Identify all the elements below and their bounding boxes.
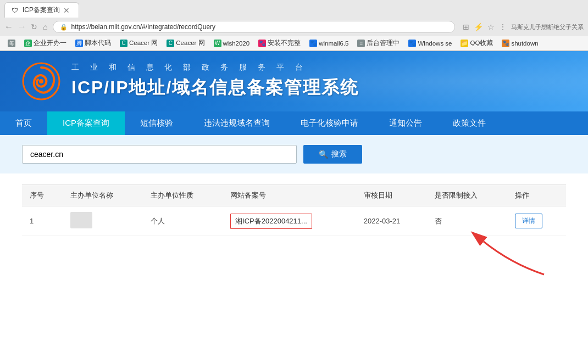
results-table: 序号 主办单位名称 主办单位性质 网站备案号 审核日期 是否限制接入 操作 1 … [22,184,566,236]
arrow-annotation [22,236,566,280]
bookmarks-bar: 每 企 企业开办一 脚 脚本代码 C Ceacer 网 C Ceacer 网 W… [0,36,588,51]
bookmark-mei[interactable]: 每 [4,38,19,48]
col-restricted: 是否限制接入 [427,185,507,206]
lock-icon: 🔒 [60,24,68,31]
nav-icp-query[interactable]: ICP备案查询 [47,111,125,135]
col-index: 序号 [22,185,63,206]
cell-company-name [63,206,142,236]
nav-home[interactable]: 首页 [0,111,47,135]
cell-audit-date: 2022-03-21 [356,206,428,236]
search-button[interactable]: 🔍 搜索 [303,145,362,164]
address-bar[interactable]: 🔒 https://beian.miit.gov.cn/#/Integrated… [53,21,455,33]
bookmark-ceacer2[interactable]: C Ceacer 网 [163,38,208,48]
back-button[interactable]: ← [4,22,13,32]
col-company-type: 主办单位性质 [143,185,223,206]
tab-favicon: 🛡 [12,7,19,14]
search-icon: 🔍 [319,150,328,159]
nav-policy[interactable]: 政策文件 [437,111,501,135]
bookmark-icon-windows: 🐾 [408,40,416,47]
menu-icon[interactable]: ⋮ [499,23,507,31]
svg-point-1 [39,79,43,83]
address-bar-row: ← → ↻ ⌂ 🔒 https://beian.miit.gov.cn/#/In… [0,18,588,36]
cell-index: 1 [22,206,63,236]
user-label: 马斯克儿子想断绝父子关系 [511,23,584,31]
lightning-icon[interactable]: ⚡ [474,23,483,31]
bookmark-icon-mei: 每 [8,40,15,47]
bookmark-install[interactable]: 🐾 安装不完整 [255,38,304,48]
bookmark-wish[interactable]: W wish2020 [210,38,253,48]
search-input-wrapper [22,145,297,164]
bookmark-label-qq: QQ收藏 [470,39,493,47]
star-icon[interactable]: ☆ [487,23,495,31]
col-audit-date: 审核日期 [356,185,428,206]
bookmark-label-windows: Windows se [418,40,452,47]
tab-title: ICP备案查询 [23,5,60,15]
home-button[interactable]: ⌂ [43,23,47,31]
refresh-button[interactable]: ↻ [31,23,37,31]
cell-company-type: 个人 [143,206,223,236]
bookmark-jiaob[interactable]: 脚 脚本代码 [72,38,114,48]
table-header-row: 序号 主办单位名称 主办单位性质 网站备案号 审核日期 是否限制接入 操作 [22,185,566,206]
site-header: 工 业 和 信 息 化 部 政 务 服 务 平 台 ICP/IP地址/域名信息备… [0,51,588,111]
bookmark-windows[interactable]: 🐾 Windows se [405,38,455,48]
bookmark-shutdown[interactable]: 🐾 shutdown [498,38,541,48]
bookmark-label-shutdown: shutdown [511,40,538,47]
browser-actions: ⊞ ⚡ ☆ ⋮ 马斯克儿子想断绝父子关系 [463,23,584,31]
nav-notice[interactable]: 通知公告 [374,111,437,135]
page-content: 工 业 和 信 息 化 部 政 务 服 务 平 台 ICP/IP地址/域名信息备… [0,51,588,291]
grid-icon[interactable]: ⊞ [463,23,469,31]
bookmark-icon-backend: ≡ [357,40,365,47]
bookmark-label-qiye: 企业开办一 [34,39,66,47]
search-section: 🔍 搜索 [0,135,588,173]
url-text: https://beian.miit.gov.cn/#/Integrated/r… [71,23,215,31]
detail-button[interactable]: 详情 [515,214,542,228]
table-section: 序号 主办单位名称 主办单位性质 网站备案号 审核日期 是否限制接入 操作 1 … [0,173,588,291]
bookmark-label-backend: 后台管理中 [367,39,400,47]
site-logo [22,62,60,100]
active-tab[interactable]: 🛡 ICP备案查询 ✕ [4,2,79,18]
bookmark-label-install: 安装不完整 [268,39,301,47]
bookmark-icon-shutdown: 🐾 [502,40,509,47]
bookmark-qiye[interactable]: 企 企业开办一 [21,38,70,48]
icp-number-badge: 湘ICP备2022004211... [230,214,312,229]
header-subtitle: 工 业 和 信 息 化 部 政 务 服 务 平 台 [71,63,359,72]
tabs-row: 🛡 ICP备案查询 ✕ [0,0,588,18]
bookmark-icon-ceacer2: C [167,40,174,47]
bookmark-ceacer1[interactable]: C Ceacer 网 [117,38,161,48]
nav-sms-verify[interactable]: 短信核验 [125,111,188,135]
bookmark-icon-qq: 📁 [461,40,468,47]
bookmark-label-wish: wish2020 [223,40,250,47]
bookmark-icon-qiye: 企 [24,40,32,47]
bookmark-qq[interactable]: 📁 QQ收藏 [457,38,496,48]
nav-illegal-domain[interactable]: 违法违规域名查询 [188,111,285,135]
bookmark-label-ceacer2: Ceacer 网 [176,39,204,47]
bookmark-backend[interactable]: ≡ 后台管理中 [354,38,403,48]
svg-point-0 [23,63,59,99]
bookmark-icon-wish: W [214,40,221,47]
red-arrow-svg [467,231,555,280]
bookmark-icon-install: 🐾 [258,40,266,47]
nav-electronic-verify[interactable]: 电子化核验申请 [285,111,374,135]
site-nav: 首页 ICP备案查询 短信核验 违法违规域名查询 电子化核验申请 通知公告 政策… [0,111,588,135]
bookmark-icon-jiaob: 脚 [75,40,83,47]
forward-button[interactable]: → [18,22,26,32]
bookmark-icon-winmail: 🐾 [309,40,317,47]
company-logo [70,212,92,228]
bookmark-icon-ceacer1: C [120,40,127,47]
bookmark-label-ceacer1: Ceacer 网 [129,39,158,47]
browser-chrome: 🛡 ICP备案查询 ✕ ← → ↻ ⌂ 🔒 https://beian.miit… [0,0,588,51]
header-text: 工 业 和 信 息 化 部 政 务 服 务 平 台 ICP/IP地址/域名信息备… [71,63,359,100]
bookmark-label-jiaob: 脚本代码 [85,39,111,47]
col-company-name: 主办单位名称 [63,185,142,206]
tab-close-button[interactable]: ✕ [63,6,70,15]
bookmark-winmail[interactable]: 🐾 winmail6.5 [306,38,352,48]
bookmark-label-winmail: winmail6.5 [319,40,348,47]
col-icp-number: 网站备案号 [223,185,356,206]
search-input[interactable] [22,145,297,164]
header-title: ICP/IP地址/域名信息备案管理系统 [71,76,359,100]
cell-icp-number: 湘ICP备2022004211... [223,206,356,236]
col-action: 操作 [507,185,566,206]
